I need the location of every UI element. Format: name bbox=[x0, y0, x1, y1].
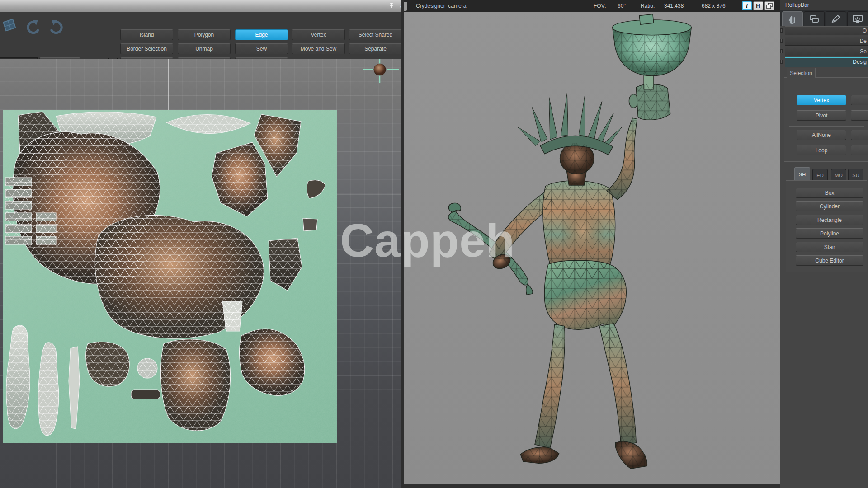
uv-grid-minor-hline bbox=[337, 194, 404, 195]
rollup-header-label: Desig bbox=[853, 59, 867, 65]
uv-canvas[interactable] bbox=[0, 59, 404, 488]
uv-editor-panel: × bbox=[0, 0, 404, 488]
shape-button-rectangle[interactable]: Rectangle bbox=[796, 215, 863, 225]
rollup-header-label: De bbox=[860, 38, 867, 44]
rollup-header-2[interactable]: Se bbox=[785, 47, 868, 56]
rollup-header-0[interactable]: O bbox=[785, 26, 868, 35]
h-button[interactable]: H bbox=[753, 1, 763, 10]
fov-label: FOV: bbox=[594, 3, 606, 9]
rollup-tab-terrain[interactable] bbox=[804, 11, 825, 26]
rollupbar-titlebar: RollupBar bbox=[780, 0, 868, 10]
toolbar-button-sew[interactable]: Sew bbox=[235, 43, 288, 54]
rollup-header-label: Se bbox=[860, 48, 867, 55]
viewport-camera-name: Crydesigner_camera bbox=[416, 3, 466, 9]
rollup-tick bbox=[780, 60, 783, 64]
shape-button-polyline[interactable]: Polyline bbox=[796, 228, 863, 239]
panel-divider[interactable] bbox=[401, 0, 404, 488]
ratio-value: 341:438 bbox=[664, 3, 684, 9]
toolbar-button-move-and-sew[interactable]: Move and Sew bbox=[292, 43, 345, 54]
uv-editor-titlebar: × bbox=[0, 0, 404, 13]
selection-button-pivot[interactable]: Pivot bbox=[797, 110, 846, 121]
rollup-header-designer[interactable]: Desig bbox=[785, 57, 868, 67]
uv-grid-minor-hline bbox=[337, 300, 404, 300]
rollup-header-1[interactable]: De bbox=[785, 37, 868, 46]
shape-button-stair[interactable]: Stair bbox=[796, 242, 863, 252]
selection-divider bbox=[789, 125, 864, 127]
shape-button-cylinder[interactable]: Cylinder bbox=[796, 201, 863, 211]
viewport-canvas[interactable] bbox=[404, 12, 780, 484]
uv-unwrap-icon[interactable] bbox=[2, 18, 18, 35]
mode-tab-su[interactable]: SU bbox=[848, 169, 863, 181]
layers-icon bbox=[809, 14, 820, 24]
rollup-tab-display[interactable] bbox=[847, 11, 868, 26]
statue-model bbox=[404, 12, 780, 484]
fov-value: 60° bbox=[618, 3, 626, 9]
mode-tab-sh[interactable]: SH bbox=[794, 167, 810, 181]
selection-button-allnone[interactable]: AllNone bbox=[797, 130, 846, 140]
undo-icon[interactable] bbox=[24, 19, 41, 36]
info-button[interactable]: i bbox=[742, 1, 752, 10]
pencil-icon bbox=[830, 14, 841, 24]
toolbar-button-separate[interactable]: Separate bbox=[349, 43, 402, 54]
splitter-handle[interactable] bbox=[404, 2, 407, 11]
selection-button-cut-0[interactable]: E bbox=[851, 95, 868, 105]
rollup-tick bbox=[780, 28, 783, 33]
selection-button-cut-3[interactable] bbox=[851, 145, 868, 155]
toolbar-button-vertex[interactable]: Vertex bbox=[292, 29, 345, 40]
uv-grid-major-hline bbox=[337, 110, 404, 110]
rollup-header-label: O bbox=[863, 28, 867, 34]
rollup-tab-modeling[interactable] bbox=[826, 11, 846, 26]
resolution-value: 682 x 876 bbox=[702, 3, 726, 9]
ratio-label: Ratio: bbox=[641, 3, 655, 9]
toolbar-button-edge[interactable]: Edge bbox=[235, 29, 288, 40]
uv-texture-quad bbox=[3, 110, 337, 443]
mode-tab-mo[interactable]: MO bbox=[831, 169, 846, 181]
toolbar-button-polygon[interactable]: Polygon bbox=[178, 29, 231, 40]
shape-button-cube-editor[interactable]: Cube Editor bbox=[796, 255, 863, 266]
shape-button-box[interactable]: Box bbox=[796, 188, 863, 198]
rollup-tick bbox=[780, 39, 783, 43]
selection-button-cut-1[interactable]: C bbox=[851, 110, 868, 121]
uv-grid-major-vline bbox=[168, 59, 169, 110]
toolbar-button-unmap[interactable]: Unmap bbox=[178, 43, 231, 54]
monitor-icon bbox=[852, 14, 863, 24]
selection-group-title: Selection bbox=[790, 70, 812, 76]
toolbar-button-select-shared[interactable]: Select Shared bbox=[349, 29, 402, 40]
selection-button-cut-2[interactable]: Con bbox=[851, 130, 868, 140]
viewport-panel: Crydesigner_camera FOV: 60° Ratio: 341:4… bbox=[404, 0, 780, 488]
redo-icon[interactable] bbox=[49, 19, 66, 36]
selection-button-loop[interactable]: Loop bbox=[797, 145, 846, 155]
toolbar-button-border-selection[interactable]: Border Selection bbox=[120, 43, 173, 54]
rollupbar-panel: RollupBar O De Se Desig Selection bbox=[780, 0, 868, 488]
viewport-header: Crydesigner_camera FOV: 60° Ratio: 341:4… bbox=[404, 0, 780, 13]
hand-icon bbox=[787, 14, 798, 24]
rollup-tick bbox=[780, 49, 783, 53]
toolbar-button-island[interactable]: Island bbox=[120, 29, 173, 40]
uv-islands bbox=[3, 110, 337, 443]
rollupbar-title: RollupBar bbox=[785, 2, 809, 8]
restore-window-icon[interactable] bbox=[764, 1, 774, 10]
selection-button-vertex[interactable]: Vertex bbox=[797, 95, 846, 105]
mode-tab-ed[interactable]: ED bbox=[812, 169, 828, 181]
selection-group-tab: Selection bbox=[787, 68, 816, 78]
uv-pivot-gizmo[interactable] bbox=[362, 59, 400, 87]
uv-toolbar: r ▾ Rotate Camera View All Island Polygo… bbox=[0, 12, 404, 59]
rollup-tab-objects[interactable] bbox=[782, 11, 803, 26]
pin-icon[interactable] bbox=[388, 2, 395, 9]
